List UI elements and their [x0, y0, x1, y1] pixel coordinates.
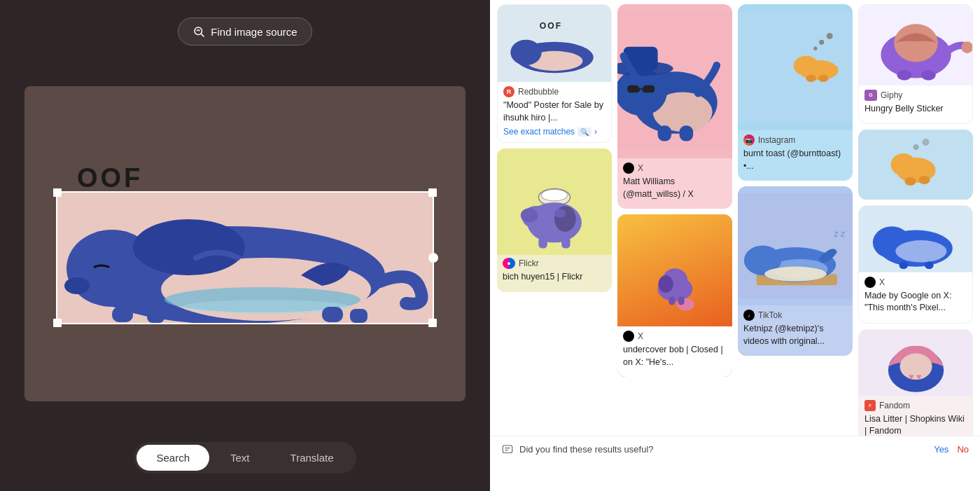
tiktok-source-name: TikTok	[758, 310, 782, 320]
find-image-source-button[interactable]: Find image source	[178, 18, 312, 46]
svg-point-67	[921, 70, 936, 81]
blue2-thumb	[858, 130, 973, 200]
chevron-right-icon: ›	[594, 127, 597, 137]
card-info-giphy: G Giphy Hungry Belly Sticker	[859, 85, 972, 124]
corner-bl	[53, 319, 62, 327]
giphy-title: Hungry Belly Sticker	[864, 103, 967, 116]
results-col-2: ✕ X Matt Williams (@matt_willss) / X	[617, 4, 732, 447]
svg-point-73	[919, 176, 930, 184]
svg-line-1	[202, 34, 204, 36]
svg-rect-88	[505, 450, 508, 450]
svg-rect-46	[669, 296, 676, 305]
result-card-fandom[interactable]: ♥ ♥ F Fandom Lisa Litter | Shopkins Wiki…	[858, 329, 973, 447]
svg-rect-80	[899, 262, 908, 269]
results-col-1: OOF R Redbubble "Mood" Poster for Sale b…	[497, 4, 612, 447]
orange-card-thumb	[617, 221, 732, 320]
x-icon-google: ✕	[864, 277, 876, 288]
card-info-flickr: ● Flickr bich huyen15 | Flickr	[497, 254, 612, 292]
giphy-thumb	[859, 5, 972, 85]
svg-point-72	[905, 177, 916, 186]
svg-point-25	[521, 208, 538, 223]
tiktok-icon: ♪	[743, 310, 755, 321]
instagram-thumb	[738, 11, 853, 123]
svg-point-19	[510, 40, 542, 65]
x-icon-matt: ✕	[623, 162, 634, 174]
feedback-bar: Did you find these results useful? Yes N…	[490, 436, 980, 463]
tiktok-title: Ketnipz (@ketnipz)'s videos with origina…	[743, 323, 847, 347]
redbubble-source-name: Redbubble	[518, 87, 559, 97]
svg-point-66	[897, 70, 911, 81]
x-icon-bob: ✕	[623, 331, 634, 342]
card-info-instagram: 📷 Instagram burnt toast (@burnttoast) •.…	[738, 130, 853, 181]
handle-right	[428, 253, 438, 263]
svg-rect-27	[561, 237, 570, 248]
flickr-icon: ●	[503, 258, 515, 269]
card-info-x-bob: ✕ X undercover bob | Closed | on X: "He'…	[617, 326, 732, 377]
instagram-source-name: Instagram	[758, 135, 795, 145]
arrow-icon: 🔍	[578, 127, 592, 137]
x-google-title: Made by Google on X: "This month's Pixel…	[864, 290, 967, 314]
giphy-source-name: Giphy	[881, 90, 902, 100]
svg-rect-81	[925, 262, 934, 269]
fandom-icon: F	[864, 400, 876, 411]
result-card-x-matt[interactable]: ✕ X Matt Williams (@matt_willss) / X	[617, 4, 732, 209]
feedback-buttons: Yes No	[934, 445, 969, 455]
svg-point-51	[813, 47, 817, 50]
card-source-redbubble: R Redbubble	[503, 86, 606, 97]
result-card-x-bob[interactable]: ✕ X undercover bob | Closed | on X: "He'…	[617, 214, 732, 377]
result-card-blue2[interactable]	[858, 130, 973, 200]
x-matt-title: Matt Williams (@matt_willss) / X	[623, 176, 727, 200]
results-grid: OOF R Redbubble "Mood" Poster for Sale b…	[490, 0, 980, 451]
instagram-title: burnt toast (@burnttoast) •...	[743, 148, 847, 172]
svg-point-71	[891, 153, 916, 176]
result-card-instagram[interactable]: 📷 Instagram burnt toast (@burnttoast) •.…	[738, 4, 853, 181]
card-info-x-google: ✕ X Made by Google on X: "This month's P…	[859, 272, 972, 323]
svg-rect-40	[680, 126, 694, 141]
result-card-flickr[interactable]: ● Flickr bich huyen15 | Flickr	[497, 148, 612, 292]
card-info-tiktok: ♪ TikTok Ketnipz (@ketnipz)'s videos wit…	[738, 305, 853, 356]
card-source-fandom: F Fandom	[864, 400, 967, 411]
card-source-x-google: ✕ X	[864, 277, 967, 288]
svg-point-29	[554, 209, 566, 217]
selection-box	[56, 191, 434, 324]
x-google-thumb	[859, 206, 972, 272]
card-source-tiktok: ♪ TikTok	[743, 310, 847, 321]
svg-point-55	[818, 75, 828, 83]
svg-point-50	[794, 56, 818, 76]
feedback-icon	[501, 443, 514, 456]
svg-text:OOF: OOF	[540, 22, 562, 32]
see-exact-matches[interactable]: See exact matches 🔍 ›	[503, 127, 606, 137]
result-card-tiktok[interactable]: z z ♪ TikTok Ketnipz (@ketnipz)'s videos…	[738, 186, 853, 356]
feedback-no-button[interactable]: No	[957, 445, 969, 455]
results-col-3: 📷 Instagram burnt toast (@burnttoast) •.…	[738, 4, 853, 447]
svg-rect-26	[538, 237, 547, 248]
svg-point-65	[894, 24, 938, 62]
result-card-giphy[interactable]: G Giphy Hungry Belly Sticker	[858, 4, 973, 124]
redbubble-title: "Mood" Poster for Sale by ihsuhk hiro |.…	[503, 99, 606, 124]
feedback-yes-button[interactable]: Yes	[934, 445, 948, 455]
redbubble-icon: R	[503, 86, 514, 97]
card-info-redbubble: R Redbubble "Mood" Poster for Sale by ih…	[498, 82, 611, 142]
svg-point-0	[195, 27, 202, 35]
svg-point-53	[827, 33, 833, 39]
card-source-flickr: ● Flickr	[503, 258, 606, 269]
oof-text: OOF	[77, 163, 143, 193]
tab-search[interactable]: Search	[136, 445, 209, 471]
svg-rect-37	[642, 85, 654, 93]
svg-text:z z: z z	[834, 229, 845, 239]
feedback-question: Did you find these results useful?	[501, 443, 654, 456]
x-source-name-matt: X	[638, 163, 643, 173]
right-panel[interactable]: OOF R Redbubble "Mood" Poster for Sale b…	[490, 0, 980, 491]
svg-point-44	[659, 275, 673, 293]
result-card-x-google[interactable]: ✕ X Made by Google on X: "This month's P…	[858, 205, 973, 323]
tiktok-thumb: z z	[738, 193, 853, 299]
tab-text[interactable]: Text	[211, 445, 270, 471]
flickr-thumb	[497, 148, 612, 255]
card-source-giphy: G Giphy	[864, 90, 967, 101]
tab-translate[interactable]: Translate	[271, 445, 354, 471]
svg-point-79	[895, 241, 946, 263]
instagram-icon: 📷	[743, 134, 755, 146]
fandom-title: Lisa Litter | Shopkins Wiki | Fandom	[864, 413, 967, 438]
result-card-redbubble[interactable]: OOF R Redbubble "Mood" Poster for Sale b…	[497, 4, 612, 143]
bottom-tabs: Search Text Translate	[134, 442, 356, 473]
